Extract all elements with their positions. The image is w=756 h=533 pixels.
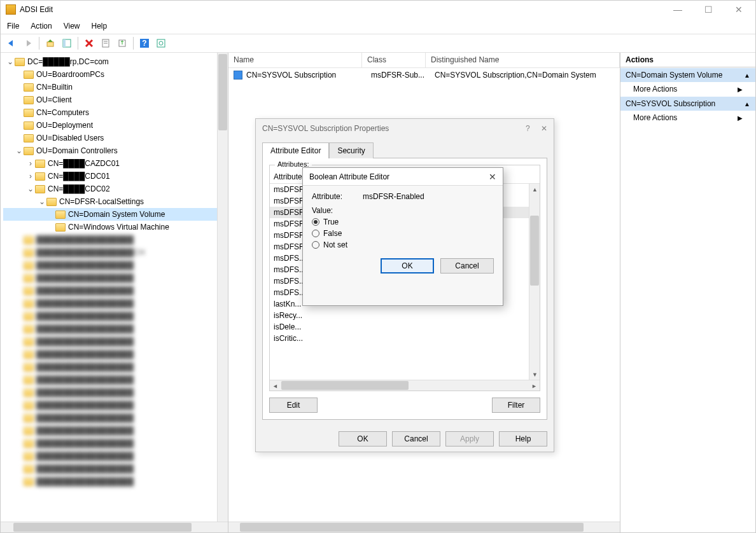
tree-item-redacted[interactable]: ██████████████████	[3, 412, 228, 424]
action-item-label: More Actions	[633, 113, 677, 122]
tree-item-redacted[interactable]: ██████████████████	[3, 450, 228, 462]
svg-rect-9	[157, 39, 165, 47]
bool-attribute-label: Attribute:	[312, 192, 363, 201]
list-cell-dn: CN=SYSVOL Subscription,CN=Domain System	[435, 71, 620, 80]
props-apply-button[interactable]: Apply	[445, 431, 494, 446]
export-button[interactable]	[115, 36, 129, 50]
dialog-help-icon[interactable]: ?	[526, 124, 530, 133]
app-window: ADSI Edit — ☐ ✕ File Action View Help ? …	[0, 0, 756, 533]
dialog-close-button[interactable]: ✕	[541, 124, 547, 133]
tree-item-redacted[interactable]: ██████████████████	[3, 322, 228, 335]
submenu-icon: ▶	[738, 114, 743, 121]
tree-item-redacted[interactable]: ██████████████████	[3, 284, 228, 297]
action-more-actions[interactable]: More Actions ▶	[620, 82, 755, 96]
tree-item[interactable]: CN=Computers	[36, 108, 89, 117]
bool-ok-button[interactable]: OK	[381, 258, 434, 273]
attr-vertical-scrollbar[interactable]: ▲ ▼	[529, 184, 540, 380]
filter-button[interactable]: Filter	[492, 398, 540, 413]
refresh-button[interactable]	[154, 36, 168, 50]
list-header-name[interactable]: Name	[228, 53, 362, 67]
maximize-button[interactable]: ☐	[697, 4, 720, 15]
attribute-row[interactable]: isCritic...	[270, 333, 540, 344]
edit-button[interactable]: Edit	[269, 398, 318, 413]
delete-button[interactable]	[82, 36, 96, 50]
up-button[interactable]	[43, 36, 57, 50]
props-ok-button[interactable]: OK	[339, 431, 387, 446]
tree-item-redacted[interactable]: ██████████████████	[3, 310, 228, 322]
action-group-domain-system-volume[interactable]: CN=Domain System Volume ▲	[620, 67, 755, 82]
tree-item[interactable]: OU=Disabled Users	[36, 134, 104, 142]
tree-item-redacted[interactable]: ██████████████████	[3, 424, 228, 437]
tree-item-redacted[interactable]: ██████████████████	[3, 373, 228, 386]
tab-security[interactable]: Security	[329, 142, 373, 158]
tree-view[interactable]: ⌄DC=█████rp,DC=com OU=BoardroomPCs CN=Bu…	[1, 53, 228, 522]
tree-horizontal-scrollbar[interactable]	[1, 522, 228, 532]
tree-item-redacted[interactable]: ██████████████████	[3, 386, 228, 399]
tree-item-redacted[interactable]: ██████████████████	[3, 361, 228, 373]
tree-item[interactable]: CN=████CDC01	[48, 172, 110, 181]
svg-text:?: ?	[142, 39, 146, 48]
tree-item-redacted[interactable]: ██████████████████	[3, 335, 228, 348]
tree-item-redacted[interactable]: ██████████████████	[3, 437, 228, 450]
forward-button[interactable]	[21, 36, 35, 50]
list-horizontal-scrollbar[interactable]	[228, 522, 620, 532]
show-hide-tree-button[interactable]	[60, 36, 74, 50]
tree-item-redacted[interactable]: ██████████████████	[3, 272, 228, 284]
tree-item-redacted[interactable]: ██████████████████CH	[3, 246, 228, 259]
menu-view[interactable]: View	[64, 22, 80, 31]
radio-label: True	[323, 218, 339, 226]
menu-action[interactable]: Action	[31, 22, 52, 31]
list-header-class[interactable]: Class	[362, 53, 426, 67]
radio-label: Not set	[323, 240, 347, 249]
tree-item[interactable]: CN=████CDC02	[48, 184, 110, 193]
props-cancel-button[interactable]: Cancel	[392, 431, 440, 446]
radio-true[interactable]: True	[312, 218, 494, 226]
tree-item-redacted[interactable]: ██████████████████	[3, 233, 228, 246]
tree-item[interactable]: CN=Windows Virtual Machine	[68, 223, 169, 232]
tree-item-dfsr[interactable]: CN=DFSR-LocalSettings	[59, 197, 144, 206]
tree-item-redacted[interactable]: ██████████████████	[3, 475, 228, 488]
back-button[interactable]	[4, 36, 18, 50]
close-button[interactable]: ✕	[727, 4, 750, 15]
properties-dialog-title: CN=SYSVOL Subscription Properties	[262, 124, 389, 133]
tree-item-redacted[interactable]: ██████████████████	[3, 348, 228, 361]
attr-name: isDele...	[270, 322, 359, 331]
tree-item-redacted[interactable]: ██████████████████	[3, 399, 228, 412]
tree-item-redacted[interactable]: ██████████████████	[3, 297, 228, 310]
radio-false[interactable]: False	[312, 229, 494, 238]
tree-vertical-scrollbar[interactable]	[217, 53, 228, 522]
tree-item[interactable]: OU=Client	[36, 95, 72, 104]
help-button[interactable]: ?	[137, 36, 151, 50]
menu-help[interactable]: Help	[92, 22, 108, 31]
bool-dialog-title: Boolean Attribute Editor	[309, 172, 389, 181]
list-cell-name: CN=SYSVOL Subscription	[246, 71, 371, 80]
bool-cancel-button[interactable]: Cancel	[440, 258, 494, 273]
list-row[interactable]: CN=SYSVOL Subscription msDFSR-Sub... CN=…	[228, 68, 620, 82]
tree-root[interactable]: DC=█████rp,DC=com	[27, 57, 109, 66]
radio-not-set[interactable]: Not set	[312, 240, 494, 249]
action-more-actions[interactable]: More Actions ▶	[620, 111, 755, 125]
minimize-button[interactable]: —	[666, 4, 689, 15]
attr-horizontal-scrollbar[interactable]: ◄ ►	[270, 380, 540, 391]
list-cell-class: msDFSR-Sub...	[371, 71, 435, 80]
tab-attribute-editor[interactable]: Attribute Editor	[262, 142, 329, 158]
tree-item-selected[interactable]: CN=Domain System Volume	[68, 210, 165, 219]
tree-item[interactable]: CN=████CAZDC01	[48, 159, 120, 168]
bool-value-label: Value:	[312, 206, 363, 215]
list-header-dn[interactable]: Distinguished Name	[426, 53, 620, 67]
menu-file[interactable]: File	[7, 22, 19, 31]
attribute-row[interactable]: isRecy...	[270, 310, 540, 321]
action-group-sysvol-subscription[interactable]: CN=SYSVOL Subscription ▲	[620, 96, 755, 111]
tree-item[interactable]: OU=BoardroomPCs	[36, 70, 104, 79]
tree-item-redacted[interactable]: ██████████████████	[3, 462, 228, 475]
properties-button[interactable]	[99, 36, 113, 50]
tree-item-redacted[interactable]: ██████████████████	[3, 259, 228, 272]
props-help-button[interactable]: Help	[499, 431, 547, 446]
tree-item-domain-controllers[interactable]: OU=Domain Controllers	[36, 146, 118, 155]
tree-item[interactable]: CN=Builtin	[36, 83, 73, 92]
action-group-label: CN=SYSVOL Subscription	[626, 99, 715, 108]
attribute-row[interactable]: isDele...	[270, 321, 540, 333]
tree-item[interactable]: OU=Deployment	[36, 121, 93, 130]
bool-dialog-close-button[interactable]: ✕	[489, 172, 496, 182]
titlebar: ADSI Edit — ☐ ✕	[1, 1, 755, 18]
